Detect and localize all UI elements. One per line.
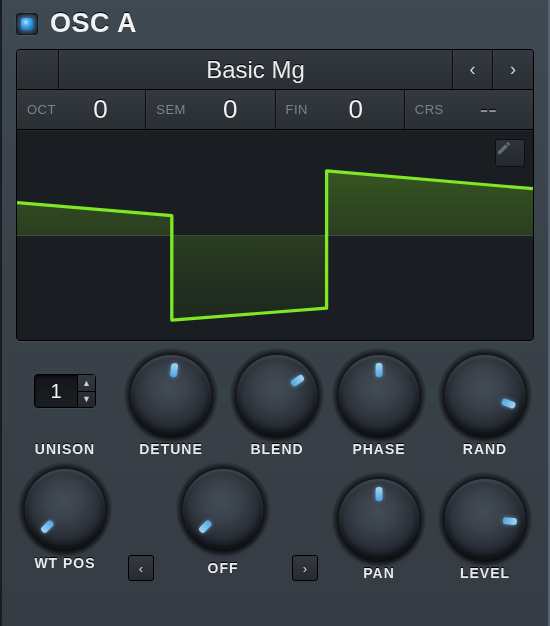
knob-area: 1 ▲ ▼ UNISON DETUNE <box>2 341 548 591</box>
preset-name[interactable]: Basic Mg <box>59 50 453 89</box>
pan-label: PAN <box>363 565 395 581</box>
unison-down-button[interactable]: ▼ <box>78 392 95 408</box>
fine-field[interactable]: FIN 0 <box>276 90 405 129</box>
fine-label: FIN <box>286 102 308 117</box>
octave-field[interactable]: OCT 0 <box>17 90 146 129</box>
wtpos-knob[interactable] <box>25 469 105 549</box>
osc-panel: Basic Mg ‹ › OCT 0 SEM 0 FIN 0 CRS -- <box>16 49 534 341</box>
detune-knob[interactable] <box>131 355 211 435</box>
coarse-value: -- <box>454 94 523 125</box>
pan-knob[interactable] <box>339 479 419 559</box>
waveform-svg <box>17 131 533 340</box>
osc-title: OSC A <box>50 8 137 39</box>
warp-next-button[interactable]: › <box>292 555 318 581</box>
fine-value: 0 <box>318 94 394 125</box>
blend-knob[interactable] <box>237 355 317 435</box>
wtpos-label: WT POS <box>34 555 95 571</box>
unison-col: 1 ▲ ▼ UNISON <box>22 355 108 457</box>
waveform-display[interactable] <box>17 130 533 340</box>
pencil-icon <box>496 140 512 156</box>
knob-row-2: WT POS ‹ OFF › <box>22 469 528 581</box>
rand-label: RAND <box>463 441 507 457</box>
octave-label: OCT <box>27 102 56 117</box>
preset-prev-button[interactable]: ‹ <box>453 50 493 89</box>
tune-row: OCT 0 SEM 0 FIN 0 CRS -- <box>17 90 533 130</box>
coarse-field[interactable]: CRS -- <box>405 90 533 129</box>
phase-knob[interactable] <box>339 355 419 435</box>
triangle-down-icon: ▼ <box>82 394 91 404</box>
semitone-label: SEM <box>156 102 186 117</box>
octave-value: 0 <box>66 94 135 125</box>
level-label: LEVEL <box>460 565 510 581</box>
waveform-edit-button[interactable] <box>495 139 525 167</box>
chevron-right-icon: › <box>510 59 516 80</box>
triangle-up-icon: ▲ <box>82 378 91 388</box>
knob-row-1: 1 ▲ ▼ UNISON DETUNE <box>22 355 528 457</box>
chevron-left-icon: ‹ <box>470 59 476 80</box>
unison-value: 1 <box>35 380 77 403</box>
chevron-left-icon: ‹ <box>139 561 143 576</box>
chevron-right-icon: › <box>303 561 307 576</box>
warp-prev-button[interactable]: ‹ <box>128 555 154 581</box>
semitone-value: 0 <box>196 94 265 125</box>
blend-label: BLEND <box>250 441 303 457</box>
phase-label: PHASE <box>352 441 405 457</box>
unison-label: UNISON <box>35 441 95 457</box>
unison-stepper[interactable]: 1 ▲ ▼ <box>34 374 96 408</box>
level-knob[interactable] <box>445 479 525 559</box>
preset-row: Basic Mg ‹ › <box>17 50 533 90</box>
rand-knob[interactable] <box>445 355 525 435</box>
unison-up-button[interactable]: ▲ <box>78 375 95 392</box>
preset-next-button[interactable]: › <box>493 50 533 89</box>
preset-menu-button[interactable] <box>17 50 59 89</box>
warp-knob[interactable] <box>183 469 263 549</box>
semitone-field[interactable]: SEM 0 <box>146 90 275 129</box>
osc-header: OSC A <box>2 0 548 45</box>
osc-enable-toggle[interactable] <box>16 13 38 35</box>
coarse-label: CRS <box>415 102 444 117</box>
warp-mode-label[interactable]: OFF <box>160 560 286 576</box>
detune-label: DETUNE <box>139 441 203 457</box>
